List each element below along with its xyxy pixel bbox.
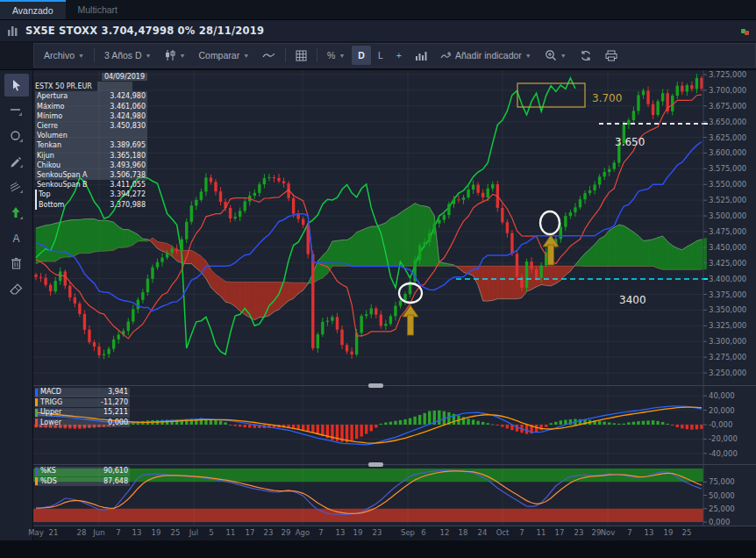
price-axis-label: 3.600,000 bbox=[709, 148, 746, 157]
add-indicator-button[interactable]: Añadir indicador▼ bbox=[434, 46, 538, 65]
stoch-axis-label: 75,000 bbox=[709, 477, 735, 486]
tab-multichart[interactable]: Multichart bbox=[66, 0, 131, 19]
price-axis-label: 3.700,000 bbox=[709, 86, 746, 95]
comparar-button[interactable]: Comparar▼ bbox=[192, 46, 255, 65]
date-axis-label: 17 bbox=[246, 528, 255, 537]
refresh-button[interactable] bbox=[574, 46, 598, 65]
splitter-stochastic[interactable] bbox=[368, 462, 383, 467]
date-axis-label: May bbox=[28, 528, 44, 537]
date-axis-label: 23 bbox=[264, 528, 274, 537]
eraser-icon bbox=[10, 283, 23, 295]
interval-daily-button[interactable]: D bbox=[352, 46, 371, 65]
tool-eraser[interactable] bbox=[4, 277, 29, 300]
date-axis-label: 11 bbox=[537, 528, 546, 537]
legend-row: Chikou3.493,960 bbox=[35, 161, 147, 170]
price-axis-label: 3.650,000 bbox=[709, 118, 746, 126]
macd-panel: 40,00020,000-0,000-20,000-40,000 MACD3,9… bbox=[33, 385, 756, 464]
price-axis-label: 3.400,000 bbox=[709, 275, 746, 283]
legend-row: SenkouSpan A3.506,738 bbox=[35, 170, 147, 180]
chart-panels: 3.7003.65034003.725,0003.700,0003.675,00… bbox=[33, 70, 756, 540]
date-axis-label: 13 bbox=[132, 528, 142, 537]
chart-style-button[interactable]: ▼ bbox=[159, 46, 192, 65]
price-axis-label: 3.375,000 bbox=[709, 290, 746, 299]
date-axis-label: 23 bbox=[373, 528, 382, 537]
volume-button[interactable] bbox=[409, 46, 433, 65]
date-axis-label: 18 bbox=[459, 528, 468, 537]
price-axis-label: 3.675,000 bbox=[709, 102, 746, 111]
legend-row: Kijun3.365,180 bbox=[35, 151, 147, 161]
printer-icon bbox=[605, 50, 617, 61]
date-axis-label: 13 bbox=[336, 528, 346, 537]
legend-row: Tenkan3.389,695 bbox=[35, 140, 147, 150]
date-axis-label: 17 bbox=[555, 528, 565, 537]
date-axis-label: 25 bbox=[682, 528, 692, 537]
annotation-label-3700: 3.700 bbox=[592, 92, 622, 104]
legend-row: Máximo3.461,060 bbox=[35, 102, 147, 111]
date-axis-label: 7 bbox=[318, 528, 323, 537]
legend-row: Bottom3.370,988 bbox=[35, 200, 147, 210]
stochastic-canvas[interactable]: 75,00050,00025,0000,000 bbox=[33, 465, 756, 526]
macd-canvas[interactable]: 40,00020,000-0,000-20,000-40,000 bbox=[33, 386, 756, 464]
date-axis-label: Sep bbox=[401, 528, 415, 537]
date-axis-label: 11 bbox=[226, 528, 236, 537]
legend-date: 04/09/2019 bbox=[35, 72, 147, 82]
tool-trend-line[interactable] bbox=[4, 99, 29, 122]
date-axis-label: 7 bbox=[116, 528, 120, 537]
tool-text[interactable]: A bbox=[4, 226, 29, 249]
tool-pencil[interactable] bbox=[4, 150, 29, 173]
tool-parallel-lines[interactable] bbox=[4, 175, 29, 198]
add-view-button[interactable]: + bbox=[390, 46, 408, 65]
stoch-axis-label: 0,000 bbox=[709, 518, 730, 526]
price-axis-label: 3.575,000 bbox=[709, 164, 746, 173]
legend-row: Cierre3.450,830 bbox=[35, 121, 147, 131]
connection-status-icon bbox=[741, 27, 749, 35]
stochastic-panel: 75,00050,00025,0000,000 %KS90,610%DS87,6… bbox=[33, 464, 756, 526]
cursor-icon bbox=[11, 79, 22, 91]
chevron-down-icon: ▼ bbox=[525, 53, 531, 59]
date-axis-label: 7 bbox=[627, 528, 631, 537]
tool-delete[interactable] bbox=[4, 252, 29, 275]
stoch-axis-label: 25,000 bbox=[709, 504, 735, 513]
indicator-legend-row: Upper15,211 bbox=[35, 408, 130, 418]
tool-cursor[interactable] bbox=[4, 74, 29, 97]
chart-icon bbox=[7, 25, 19, 36]
date-axis[interactable]: May2128Jun7131925Jul511172329Ago7131923S… bbox=[33, 526, 756, 540]
legend-row: Apertura3.424,980 bbox=[35, 91, 147, 101]
grid-icon bbox=[296, 50, 307, 61]
date-axis-label: 19 bbox=[152, 528, 161, 537]
stochastic-legend: %KS90,610%DS87,648 bbox=[35, 467, 130, 487]
macd-axis-label: -0,000 bbox=[709, 420, 732, 429]
ohlc-legend: 04/09/2019 ESTX 50 PR.EUR Apertura3.424,… bbox=[35, 72, 147, 210]
date-axis-label: 21 bbox=[49, 528, 59, 537]
interval-line-button[interactable]: L bbox=[372, 46, 389, 65]
tool-ellipse[interactable] bbox=[4, 125, 29, 147]
zoom-in-button[interactable]: ▼ bbox=[538, 46, 573, 65]
percent-scale-button[interactable]: %▼ bbox=[321, 46, 351, 65]
splitter-macd[interactable] bbox=[368, 383, 383, 388]
date-axis-label: 19 bbox=[664, 528, 674, 537]
date-axis-label: 6 bbox=[421, 528, 425, 537]
chevron-down-icon: ▼ bbox=[339, 53, 345, 59]
legend-row: Volumen bbox=[35, 131, 147, 140]
price-axis-label: 3.275,000 bbox=[709, 353, 746, 361]
timeframe-button[interactable]: 3 Años D▼ bbox=[98, 46, 158, 65]
price-axis-label: 3.500,000 bbox=[709, 211, 746, 220]
trash-icon bbox=[11, 257, 22, 269]
tool-arrow-marker[interactable] bbox=[4, 201, 29, 224]
grid-settings-button[interactable] bbox=[289, 46, 313, 65]
archivo-button[interactable]: Archivo▼ bbox=[38, 46, 90, 65]
stoch-axis-label: 50,000 bbox=[709, 491, 735, 500]
date-axis-label: 24 bbox=[478, 528, 488, 537]
tab-avanzado[interactable]: Avanzado bbox=[0, 0, 66, 19]
indicator-legend-row: %DS87,648 bbox=[35, 477, 130, 487]
price-axis-label: 3.625,000 bbox=[709, 133, 746, 142]
line-tool-button[interactable] bbox=[256, 46, 282, 65]
date-axis-label: Jun bbox=[93, 528, 104, 537]
price-axis-label: 3.350,000 bbox=[709, 305, 746, 314]
price-axis-label: 3.425,000 bbox=[709, 259, 746, 268]
indicator-legend-row: %KS90,610 bbox=[35, 467, 130, 476]
print-button[interactable] bbox=[599, 46, 624, 65]
date-axis-label: 25 bbox=[171, 528, 181, 537]
ellipse-icon bbox=[10, 131, 23, 142]
date-axis-label: 5 bbox=[209, 528, 213, 537]
